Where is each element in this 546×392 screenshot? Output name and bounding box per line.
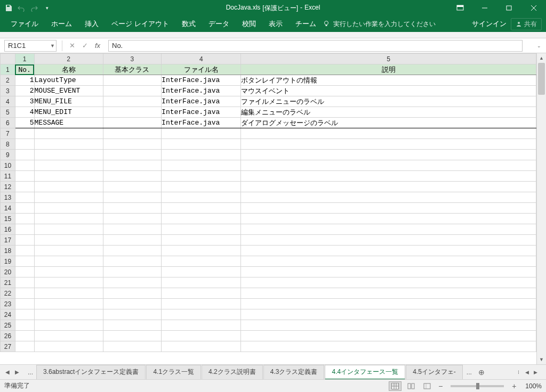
header-cell[interactable]: 基本クラス [103, 64, 161, 75]
cell[interactable]: MOUSE_EVENT [34, 86, 103, 96]
cell[interactable] [15, 182, 34, 192]
cell[interactable]: InterFace.java [162, 118, 241, 128]
cell[interactable] [103, 150, 161, 160]
cell[interactable] [103, 288, 161, 299]
share-button[interactable]: 共有 [511, 18, 542, 30]
row-header[interactable]: 22 [1, 288, 15, 299]
tab-nav-prev-icon[interactable]: ◀ [3, 367, 12, 378]
cell[interactable] [15, 246, 34, 256]
cell[interactable] [34, 331, 103, 341]
cell[interactable] [103, 118, 161, 128]
column-header[interactable]: 1 [15, 54, 34, 64]
cell[interactable] [162, 128, 241, 139]
cell[interactable] [241, 277, 536, 288]
row-header[interactable]: 6 [1, 118, 15, 128]
row-header[interactable]: 1 [1, 64, 15, 75]
minimize-button[interactable] [472, 0, 497, 16]
cell[interactable] [241, 150, 536, 160]
ribbon-display-options-icon[interactable] [448, 0, 472, 16]
cell[interactable] [103, 331, 161, 341]
cell[interactable] [15, 192, 34, 203]
cell[interactable] [241, 182, 536, 192]
cell[interactable] [162, 309, 241, 320]
row-header[interactable]: 15 [1, 214, 15, 224]
row-header[interactable]: 5 [1, 107, 15, 118]
cell[interactable] [162, 224, 241, 235]
cell[interactable] [241, 341, 536, 352]
column-header[interactable]: 4 [162, 54, 241, 64]
cell[interactable] [15, 235, 34, 246]
column-header[interactable]: 2 [34, 54, 103, 64]
row-header[interactable]: 9 [1, 150, 15, 160]
cell[interactable] [34, 246, 103, 256]
cell[interactable] [15, 256, 34, 267]
column-header[interactable]: 5 [241, 54, 536, 64]
redo-icon[interactable] [30, 4, 38, 12]
cell[interactable] [103, 75, 161, 86]
cell[interactable] [15, 214, 34, 224]
column-header[interactable]: 3 [103, 54, 161, 64]
qat-customize-icon[interactable]: ▾ [43, 4, 51, 12]
cell[interactable] [241, 320, 536, 331]
name-box[interactable]: R1C1 ▼ [4, 40, 57, 52]
cell[interactable] [162, 299, 241, 309]
row-header[interactable]: 13 [1, 192, 15, 203]
cell[interactable] [15, 171, 34, 182]
cell[interactable] [162, 267, 241, 277]
cell[interactable] [103, 299, 161, 309]
sheet-tab[interactable]: 4.4インタフェース一覧 [325, 365, 405, 380]
cell[interactable] [15, 267, 34, 277]
cell[interactable] [103, 160, 161, 171]
cell[interactable] [162, 288, 241, 299]
cell[interactable]: InterFace.java [162, 75, 241, 86]
select-all-corner[interactable] [1, 54, 15, 64]
cell[interactable] [103, 246, 161, 256]
sheet-tab[interactable]: 4.1クラス一覧 [146, 365, 201, 380]
scroll-thumb[interactable] [538, 63, 545, 95]
cell[interactable] [162, 150, 241, 160]
cell[interactable] [241, 288, 536, 299]
cell[interactable]: MESSAGE [34, 118, 103, 128]
cancel-formula-icon[interactable]: ✕ [66, 39, 78, 52]
cell[interactable] [241, 256, 536, 267]
cell[interactable] [241, 267, 536, 277]
cell[interactable] [162, 246, 241, 256]
cell[interactable] [34, 320, 103, 331]
cell[interactable] [162, 192, 241, 203]
cell[interactable] [34, 150, 103, 160]
row-header[interactable]: 2 [1, 75, 15, 86]
row-header[interactable]: 4 [1, 96, 15, 107]
header-cell[interactable]: No. [15, 64, 34, 75]
cell[interactable] [162, 235, 241, 246]
cell[interactable] [162, 203, 241, 214]
sheet-tab[interactable]: 4.3クラス定義書 [263, 365, 325, 380]
cell[interactable] [34, 160, 103, 171]
cell[interactable] [162, 341, 241, 352]
cell[interactable] [34, 277, 103, 288]
cell[interactable] [34, 341, 103, 352]
cell[interactable] [103, 86, 161, 96]
vertical-scrollbar[interactable]: ▲ ▼ [536, 53, 546, 364]
cell[interactable]: ボタンレイアウトの情報 [241, 75, 536, 86]
cell[interactable] [241, 128, 536, 139]
tab-data[interactable]: データ [202, 16, 236, 32]
cell[interactable] [34, 224, 103, 235]
cell[interactable] [15, 299, 34, 309]
header-cell[interactable]: ファイル名 [162, 64, 241, 75]
chevron-down-icon[interactable]: ▼ [50, 43, 55, 48]
insert-function-icon[interactable]: fx [91, 39, 104, 52]
cell[interactable] [15, 341, 34, 352]
signin-link[interactable]: サインイン [472, 19, 507, 29]
cell[interactable] [103, 309, 161, 320]
row-header[interactable]: 23 [1, 299, 15, 309]
cell[interactable] [15, 331, 34, 341]
row-header[interactable]: 14 [1, 203, 15, 214]
cell[interactable] [162, 277, 241, 288]
cell[interactable] [15, 288, 34, 299]
cell[interactable] [162, 214, 241, 224]
cell[interactable]: 4 [15, 107, 34, 118]
tab-review[interactable]: 校閲 [236, 16, 262, 32]
cell[interactable] [34, 171, 103, 182]
cell[interactable] [34, 235, 103, 246]
close-button[interactable] [521, 0, 546, 16]
